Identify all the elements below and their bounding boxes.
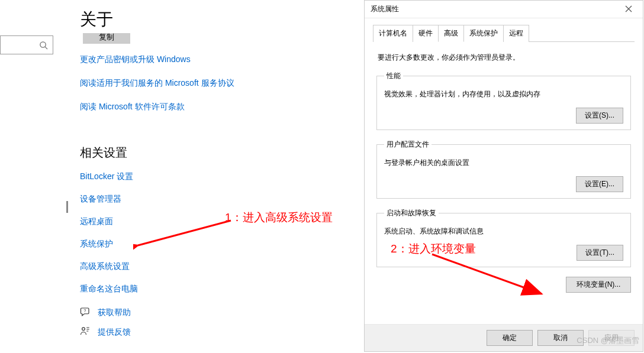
link-remote-desktop[interactable]: 远程桌面 xyxy=(80,216,138,227)
user-profiles-settings-button[interactable]: 设置(E)... xyxy=(576,176,623,192)
link-system-protection[interactable]: 系统保护 xyxy=(80,239,138,250)
product-links: 更改产品密钥或升级 Windows 阅读适用于我们服务的 Microsoft 服… xyxy=(80,54,234,125)
dialog-body: 要进行大多数更改，你必须作为管理员登录。 性能 视觉效果，处理器计划，内存使用，… xyxy=(365,42,643,267)
feedback-icon xyxy=(80,326,93,338)
svg-point-0 xyxy=(40,41,46,47)
svg-point-3 xyxy=(82,328,85,331)
help-icon: ? xyxy=(80,306,93,319)
close-button[interactable] xyxy=(617,4,640,15)
environment-variables-button[interactable]: 环境变量(N)... xyxy=(566,277,631,293)
tab-system-protection[interactable]: 系统保护 xyxy=(463,25,504,42)
search-icon xyxy=(39,41,48,50)
link-change-product-key[interactable]: 更改产品密钥或升级 Windows xyxy=(80,54,234,65)
system-properties-dialog: 系统属性 计算机名 硬件 高级 系统保护 远程 要进行大多数更改，你必须作为管理… xyxy=(364,0,643,352)
svg-line-1 xyxy=(45,47,47,49)
startup-recovery-legend: 启动和故障恢复 xyxy=(384,208,439,218)
env-var-row: 环境变量(N)... xyxy=(365,277,643,293)
watermark: CSDN @落墨画雪 xyxy=(577,335,639,346)
performance-settings-button[interactable]: 设置(S)... xyxy=(576,108,623,124)
dialog-titlebar[interactable]: 系统属性 xyxy=(365,1,643,18)
annotation-1-text: 1：进入高级系统设置 xyxy=(225,210,333,225)
link-license-terms[interactable]: 阅读 Microsoft 软件许可条款 xyxy=(80,102,234,112)
performance-group: 性能 视觉效果，处理器计划，内存使用，以及虚拟内存 设置(S)... xyxy=(376,71,631,130)
annotation-2-text: 2：进入环境变量 xyxy=(391,241,476,257)
tab-hardware[interactable]: 硬件 xyxy=(413,25,439,42)
user-profiles-desc: 与登录帐户相关的桌面设置 xyxy=(384,158,623,168)
tab-advanced[interactable]: 高级 xyxy=(438,25,464,42)
link-advanced-system-settings[interactable]: 高级系统设置 xyxy=(80,261,138,272)
tab-strip: 计算机名 硬件 高级 系统保护 远程 xyxy=(373,24,635,42)
tab-computer-name[interactable]: 计算机名 xyxy=(373,25,413,42)
page-title: 关于 xyxy=(80,8,113,31)
startup-recovery-settings-button[interactable]: 设置(T)... xyxy=(577,245,623,261)
close-icon xyxy=(625,5,632,12)
link-rename-pc[interactable]: 重命名这台电脑 xyxy=(80,284,138,294)
link-device-manager[interactable]: 设备管理器 xyxy=(80,194,138,205)
settings-about-panel: 关于 复制 更改产品密钥或升级 Windows 阅读适用于我们服务的 Micro… xyxy=(0,0,367,353)
related-settings: 相关设置 BitLocker 设置 设备管理器 远程桌面 系统保护 高级系统设置… xyxy=(80,133,138,306)
ok-button[interactable]: 确定 xyxy=(487,330,533,346)
link-services-agreement[interactable]: 阅读适用于我们服务的 Microsoft 服务协议 xyxy=(80,78,234,89)
tab-remote[interactable]: 远程 xyxy=(503,25,529,42)
sidebar-indicator xyxy=(66,201,68,213)
search-input[interactable] xyxy=(0,35,53,54)
link-give-feedback[interactable]: 提供反馈 xyxy=(98,327,131,338)
related-settings-heading: 相关设置 xyxy=(80,145,138,161)
dialog-title: 系统属性 xyxy=(371,4,617,14)
help-feedback-section: ? 获取帮助 提供反馈 xyxy=(80,306,131,345)
svg-text:?: ? xyxy=(83,308,86,313)
link-get-help[interactable]: 获取帮助 xyxy=(98,307,131,318)
admin-note: 要进行大多数更改，你必须作为管理员登录。 xyxy=(378,53,630,63)
link-bitlocker[interactable]: BitLocker 设置 xyxy=(80,171,138,182)
copy-button[interactable]: 复制 xyxy=(83,33,130,44)
performance-legend: 性能 xyxy=(384,71,403,81)
startup-recovery-group: 启动和故障恢复 系统启动、系统故障和调试信息 设置(T)... xyxy=(376,208,631,267)
performance-desc: 视觉效果，处理器计划，内存使用，以及虚拟内存 xyxy=(384,89,623,99)
user-profiles-group: 用户配置文件 与登录帐户相关的桌面设置 设置(E)... xyxy=(376,140,631,199)
user-profiles-legend: 用户配置文件 xyxy=(384,140,432,150)
startup-recovery-desc: 系统启动、系统故障和调试信息 xyxy=(384,226,623,237)
